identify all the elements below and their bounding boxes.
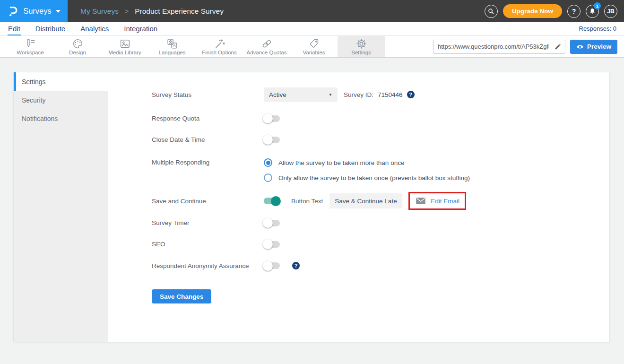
tab-analytics[interactable]: Analytics [80, 24, 109, 35]
edit-email-highlight: Edit Email [408, 192, 466, 210]
toolbar-item-languages[interactable]: A Languages [148, 36, 196, 57]
sidebar-item-settings[interactable]: Settings [14, 72, 108, 91]
button-text-input[interactable] [329, 193, 402, 208]
survey-id-help-icon[interactable]: ? [407, 91, 415, 98]
toolbar-item-label: Finish Options [202, 50, 237, 55]
avatar-initials: JB [607, 8, 614, 15]
tab-edit[interactable]: Edit [8, 24, 21, 35]
settings-card: Settings Security Notifications Survey S… [13, 72, 610, 342]
help-button[interactable]: ? [567, 5, 581, 18]
breadcrumb-my-surveys[interactable]: My Surveys [80, 7, 119, 16]
toggle-knob [263, 113, 273, 123]
close-date-row: Close Date & Time [152, 136, 609, 143]
response-quota-toggle[interactable] [264, 115, 280, 122]
upgrade-now-button[interactable]: Upgrade Now [503, 4, 562, 18]
pencil-icon [554, 43, 561, 50]
survey-status-row: Survey Status Active ▼ Survey ID: 715044… [152, 87, 609, 102]
image-icon [119, 38, 131, 49]
breadcrumb-separator: > [125, 8, 129, 15]
toolbar-item-finish-options[interactable]: Finish Options [196, 36, 243, 57]
button-text-label: Button Text [291, 198, 323, 205]
survey-id-group: Survey ID: 7150446 ? [344, 91, 415, 98]
eye-icon [576, 44, 584, 50]
topbar: Surveys My Surveys > Product Experience … [0, 0, 624, 22]
multiple-responding-row: Multiple Responding Allow the survey to … [152, 157, 609, 183]
chevron-down-icon: ▼ [329, 93, 332, 97]
topbar-actions: Upgrade Now ? 1 JB [485, 4, 617, 18]
radio-option-multiple[interactable]: Allow the survey to be taken more than o… [264, 157, 470, 168]
seo-row: SEO [152, 241, 609, 248]
multiple-responding-label: Multiple Responding [152, 159, 264, 166]
survey-timer-row: Survey Timer [152, 219, 609, 226]
survey-status-select[interactable]: Active ▼ [264, 87, 338, 102]
tag-icon [308, 38, 320, 49]
settings-sidebar: Settings Security Notifications [14, 72, 108, 342]
radio-selected-icon [264, 158, 272, 167]
envelope-icon [416, 197, 426, 205]
survey-status-value: Active [269, 91, 286, 98]
svg-text:A: A [173, 43, 175, 48]
edit-email-link[interactable]: Edit Email [431, 198, 459, 205]
multiple-responding-options: Allow the survey to be taken more than o… [264, 157, 470, 183]
survey-url-group: Preview [433, 36, 617, 57]
close-date-toggle[interactable] [264, 137, 280, 143]
toolbar-item-label: Advance Quotas [246, 50, 286, 55]
radio-option-label: Only allow the survey to be taken once (… [278, 174, 470, 182]
toolbar-item-label: Languages [159, 50, 186, 55]
sidebar-item-notifications[interactable]: Notifications [14, 109, 108, 128]
toolbar-item-label: Media Library [108, 50, 141, 55]
toggle-knob [263, 135, 273, 145]
toolbar-item-label: Settings [351, 50, 371, 55]
nav-tabs: Edit Distribute Analytics Integration [8, 24, 158, 35]
toolbar-item-variables[interactable]: Variables [290, 36, 338, 57]
survey-url-field [433, 40, 565, 54]
responses-count: Responses: 0 [579, 25, 617, 35]
survey-timer-label: Survey Timer [152, 219, 264, 226]
tab-integration[interactable]: Integration [123, 24, 158, 35]
save-and-continue-toggle[interactable] [264, 198, 280, 204]
radio-unselected-icon [264, 173, 272, 182]
notifications-button[interactable]: 1 [586, 5, 599, 18]
content-area: Settings Security Notifications Survey S… [0, 58, 624, 342]
product-switcher[interactable]: Surveys [0, 0, 68, 22]
search-icon [487, 8, 494, 15]
close-date-label: Close Date & Time [152, 136, 264, 143]
radio-option-once[interactable]: Only allow the survey to be taken once (… [264, 173, 470, 183]
magic-wand-icon [214, 38, 225, 49]
save-and-continue-row: Save and Continue Button Text Edit Email [152, 192, 609, 210]
section-nav: Edit Distribute Analytics Integration Re… [0, 22, 624, 36]
toolbar-item-media-library[interactable]: Media Library [101, 36, 148, 57]
anonymity-help-icon[interactable]: ? [292, 262, 300, 269]
survey-url-input[interactable] [433, 43, 551, 50]
toolbar-item-label: Workspace [17, 50, 43, 55]
translate-icon: A [166, 38, 178, 49]
survey-id-label: Survey ID: [344, 91, 373, 98]
toggle-knob [263, 239, 273, 249]
toggle-knob [263, 218, 273, 228]
help-icon: ? [572, 8, 576, 15]
avatar[interactable]: JB [604, 5, 617, 18]
save-and-continue-label: Save and Continue [152, 198, 264, 205]
workspace-icon [25, 38, 36, 49]
survey-timer-toggle[interactable] [264, 220, 280, 226]
tab-distribute[interactable]: Distribute [35, 24, 66, 35]
questionpro-logo-icon [7, 5, 19, 17]
respondent-anonymity-toggle[interactable] [264, 262, 280, 269]
toolbar-item-advance-quotas[interactable]: Advance Quotas [243, 36, 290, 57]
seo-toggle[interactable] [264, 241, 280, 248]
survey-title: Product Experience Survey [135, 7, 224, 16]
save-changes-button[interactable]: Save Changes [152, 289, 211, 303]
toolbar-item-label: Variables [303, 50, 325, 55]
gear-icon [355, 38, 367, 49]
sidebar-item-security[interactable]: Security [14, 91, 108, 109]
form-divider [152, 282, 567, 282]
settings-form: Survey Status Active ▼ Survey ID: 715044… [108, 72, 609, 342]
edit-url-button[interactable] [551, 40, 565, 53]
toolbar-item-design[interactable]: Design [54, 36, 101, 57]
toolbar-item-workspace[interactable]: Workspace [7, 36, 54, 57]
toolbar-item-label: Design [69, 50, 86, 55]
search-button[interactable] [485, 5, 498, 18]
preview-label: Preview [587, 43, 611, 50]
preview-button[interactable]: Preview [570, 40, 617, 54]
toolbar-item-settings[interactable]: Settings [338, 36, 385, 57]
